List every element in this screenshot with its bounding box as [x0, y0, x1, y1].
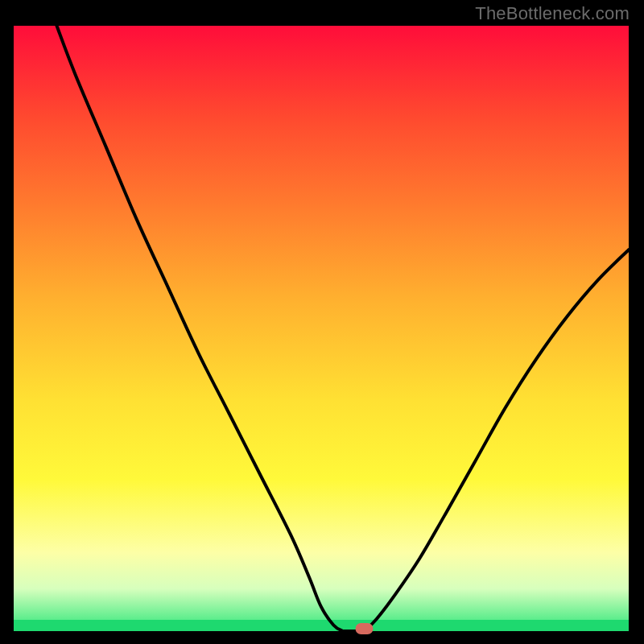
curve-right-branch — [364, 250, 629, 631]
plot-area — [14, 26, 629, 631]
optimum-marker — [355, 623, 373, 634]
bottleneck-chart — [14, 26, 629, 631]
curve-left-branch — [56, 26, 342, 631]
watermark-text: TheBottleneck.com — [475, 3, 630, 24]
chart-frame: TheBottleneck.com — [0, 0, 644, 644]
